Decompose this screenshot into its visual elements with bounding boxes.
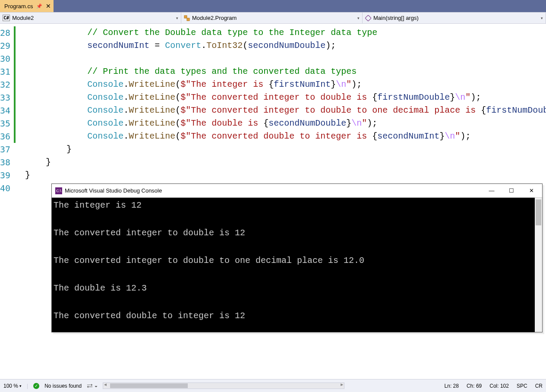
svg-rect-1 [187,18,189,21]
svg-rect-2 [365,15,371,21]
tab-title: Program.cs [4,3,33,9]
error-nav-icon[interactable]: ⮂ ▾ [87,383,98,389]
line-number: 38 [0,156,10,169]
line-number: 35 [0,117,10,130]
chevron-down-icon: ▾ [541,16,543,20]
maximize-button[interactable]: ☐ [502,184,521,197]
line-number: 33 [0,91,10,104]
method-name: Main(string[] args) [373,15,539,21]
code-content[interactable]: // Convert the Double data type to the I… [14,24,546,182]
project-name: Module2 [12,15,174,21]
space-mode[interactable]: SPC [517,383,527,389]
class-icon [184,15,190,21]
document-tab-program[interactable]: Program.cs 📌 ✕ [0,0,54,12]
line-number: 28 [0,26,10,39]
class-name: Module2.Program [192,15,355,21]
console-title-text: Microsoft Visual Studio Debug Console [65,187,482,194]
line-number: 36 [0,130,10,143]
horizontal-scrollbar[interactable] [103,383,344,389]
line-number: 30 [0,52,10,65]
pin-icon[interactable]: 📌 [36,3,42,9]
debug-console-window: C:\ Microsoft Visual Studio Debug Consol… [51,183,543,332]
line-indicator[interactable]: Ln: 28 [445,383,459,389]
method-dropdown[interactable]: Main(string[] args) ▾ [363,13,546,23]
issues-text[interactable]: No issues found [44,383,82,389]
line-number: 40 [0,182,10,195]
status-bar: 100 % ▾ | ✓ No issues found ⮂ ▾ Ln: 28 C… [0,379,546,392]
svg-rect-0 [184,16,187,18]
char-indicator[interactable]: Ch: 69 [467,383,482,389]
zoom-dropdown[interactable]: 100 % ▾ [3,383,22,389]
chevron-down-icon: ▾ [357,16,360,20]
line-number: 39 [0,169,10,182]
line-number: 37 [0,143,10,156]
line-number: 34 [0,104,10,117]
col-indicator[interactable]: Col: 102 [489,383,509,389]
line-number-gutter: 28 29 30 31 32 33 34 35 36 37 38 39 40 [0,24,14,379]
console-app-icon: C:\ [55,187,62,194]
console-titlebar[interactable]: C:\ Microsoft Visual Studio Debug Consol… [52,184,542,198]
line-number: 32 [0,78,10,91]
check-icon: ✓ [33,383,39,389]
console-scrollbar[interactable] [535,198,542,332]
chevron-down-icon: ▾ [19,384,22,388]
project-dropdown[interactable]: C# Module2 ▾ [0,13,181,23]
minimize-button[interactable]: ― [482,184,502,197]
line-ending[interactable]: CR [535,383,543,389]
class-dropdown[interactable]: Module2.Program ▾ [181,13,363,23]
console-output[interactable]: The integer is 12 The converted integer … [52,198,535,332]
close-button[interactable]: ✕ [521,184,541,197]
code-navigation-bar: C# Module2 ▾ Module2.Program ▾ Main(stri… [0,12,546,24]
close-icon[interactable]: ✕ [46,3,51,9]
csharp-icon: C# [3,15,10,21]
change-margin [14,24,17,379]
document-tab-bar: Program.cs 📌 ✕ [0,0,546,12]
line-number: 31 [0,65,10,78]
line-number: 29 [0,39,10,52]
method-icon [365,15,371,21]
chevron-down-icon: ▾ [176,16,178,20]
